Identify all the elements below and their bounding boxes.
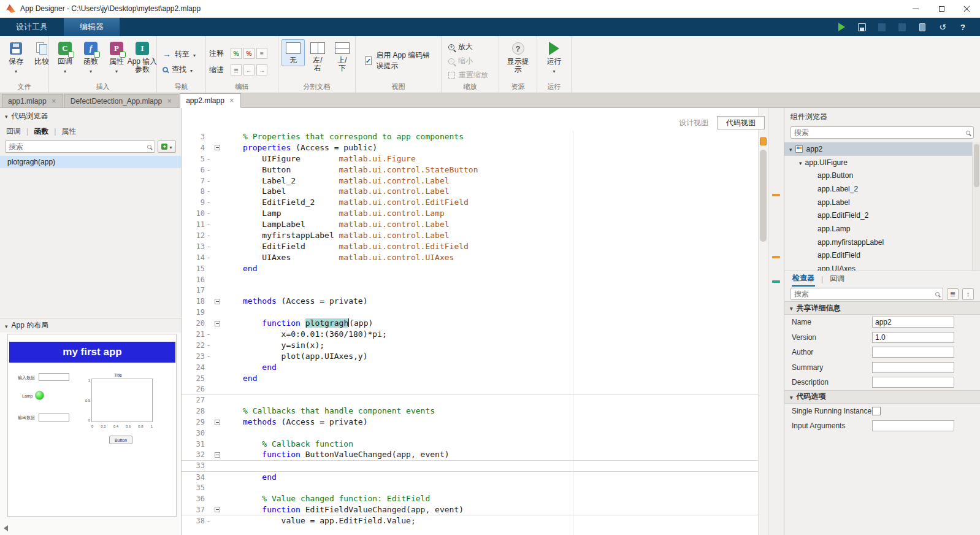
code-line[interactable]: 4properties (Access = public)	[182, 142, 758, 153]
code-line[interactable]: 7- Label_2 matlab.ui.control.Label	[182, 175, 758, 187]
code-line[interactable]: 37 function EditFieldValueChanged(app, e…	[182, 504, 758, 515]
tree-item-app-root[interactable]: app2	[784, 142, 980, 156]
line-number[interactable]: 20	[182, 319, 205, 328]
fold-marker-icon[interactable]	[215, 145, 220, 150]
line-number[interactable]: 17	[182, 286, 205, 294]
line-number[interactable]: 37	[182, 506, 205, 514]
cut-quick-button[interactable]	[875, 20, 889, 34]
tree-item-component[interactable]: app.EditField_2	[784, 209, 980, 222]
enable-coding-alerts-option[interactable]: 启用 App 编码错误提示	[365, 50, 432, 71]
indent-right-button[interactable]	[256, 64, 267, 75]
code-line[interactable]: 14- UIAxes matlab.ui.control.UIAxes	[182, 252, 758, 263]
search-box[interactable]	[791, 126, 974, 139]
inspector-tab[interactable]: 回调	[829, 272, 845, 286]
inspector-tab[interactable]: 检查器	[792, 271, 815, 287]
code-line[interactable]: 8- Label matlab.ui.control.Label	[182, 186, 758, 197]
line-number[interactable]: 21	[182, 330, 205, 339]
line-number[interactable]: 14	[182, 253, 205, 262]
collapse-arrow-icon[interactable]	[5, 112, 8, 120]
line-number[interactable]: 31	[182, 440, 205, 448]
line-number[interactable]: 38	[182, 517, 205, 525]
section-header[interactable]: 代码选项	[784, 390, 980, 404]
code-line[interactable]: 26	[182, 383, 758, 395]
line-number[interactable]: 8	[182, 187, 205, 196]
property-field-summary[interactable]	[872, 362, 954, 373]
line-number[interactable]: 6	[182, 166, 205, 174]
copy-quick-button[interactable]	[895, 20, 909, 34]
code-line[interactable]: 34 end	[182, 472, 758, 483]
tree-item-component[interactable]: app.Label	[784, 196, 980, 209]
code-line[interactable]: 29methods (Access = private)	[182, 417, 758, 428]
fold-marker-icon[interactable]	[215, 507, 220, 512]
code-line[interactable]: 30	[182, 428, 758, 439]
line-number[interactable]: 9	[182, 198, 205, 207]
app-preview-canvas[interactable]: my first app 输入数据 Lamp 输出数据 Title 10.50 …	[7, 334, 177, 517]
checkbox-checked-icon[interactable]	[365, 56, 372, 65]
code-line[interactable]: 23- plot(app.UIAxes,y)	[182, 351, 758, 362]
line-number[interactable]: 10	[182, 209, 205, 218]
code-line[interactable]: 33	[182, 461, 758, 472]
line-number[interactable]: 11	[182, 220, 205, 229]
code-lines[interactable]: 3% Properties that correspond to app com…	[182, 131, 758, 535]
code-browser-tab[interactable]: 属性	[61, 126, 76, 137]
fold-marker-icon[interactable]	[215, 321, 220, 326]
property-field-version[interactable]	[872, 332, 954, 343]
design-view-button[interactable]: 设计视图	[670, 116, 717, 129]
code-line[interactable]: 10- Lamp matlab.ui.control.Lamp	[182, 208, 758, 219]
code-line[interactable]: 9- EditField_2 matlab.ui.control.EditFie…	[182, 197, 758, 208]
collapse-arrow-icon[interactable]	[799, 158, 802, 167]
split-none-button[interactable]: 无	[281, 39, 305, 66]
fold-marker-icon[interactable]	[215, 452, 220, 458]
add-callback-button[interactable]: 回调	[52, 39, 78, 76]
line-number[interactable]: 32	[182, 450, 205, 459]
zoom-in-button[interactable]: + 放大	[445, 40, 477, 54]
tree-item-component[interactable]: app.EditField	[784, 249, 980, 263]
split-top-bottom-button[interactable]: 上/下	[331, 39, 354, 74]
tree-item-component[interactable]: app.UIAxes	[784, 262, 980, 271]
save-button[interactable]: 保存	[3, 39, 29, 76]
fold-marker-icon[interactable]	[215, 420, 220, 425]
component-search-input[interactable]	[794, 128, 963, 137]
uncomment-button[interactable]	[243, 48, 255, 59]
line-number[interactable]: 15	[182, 264, 205, 273]
editor-scrollbar[interactable]	[758, 108, 768, 535]
editor-indicator-mark[interactable]	[772, 194, 780, 196]
line-number[interactable]: 5	[182, 155, 205, 163]
close-tab-icon[interactable]	[51, 97, 57, 106]
line-number[interactable]: 33	[182, 461, 205, 470]
property-checkbox[interactable]	[872, 407, 881, 415]
property-field-author[interactable]	[872, 347, 954, 358]
code-line[interactable]: 22- y=sin(x);	[182, 340, 758, 351]
document-tab[interactable]: DefectDetection_App.mlapp	[64, 94, 178, 107]
tab-design-tools[interactable]: 设计工具	[0, 18, 64, 36]
code-line[interactable]: 31 % Callback function	[182, 439, 758, 450]
tree-item-component[interactable]: app.myfirstappLabel	[784, 236, 980, 249]
goto-button[interactable]: 转至	[160, 47, 198, 61]
code-line[interactable]: 12- myfirstappLabel matlab.ui.control.La…	[182, 230, 758, 241]
code-browser-tab[interactable]: 函数	[34, 126, 48, 137]
code-line[interactable]: 36 % Value changed function: EditField	[182, 493, 758, 504]
property-field-name[interactable]	[872, 317, 954, 328]
code-line[interactable]: 15end	[182, 263, 758, 274]
code-line[interactable]: 21- x=0:0.01:(360/180)*pi;	[182, 329, 758, 340]
search-box[interactable]	[791, 288, 943, 300]
code-view-button[interactable]: 代码视图	[717, 116, 765, 129]
inspector-search-input[interactable]	[794, 290, 933, 298]
editor-indicator-mark[interactable]	[772, 256, 780, 258]
split-left-right-button[interactable]: 左/右	[306, 39, 329, 74]
line-number[interactable]: 18	[182, 297, 205, 306]
help-quick-button[interactable]	[955, 20, 970, 34]
smart-indent-button[interactable]	[231, 64, 242, 75]
line-number[interactable]: 36	[182, 495, 205, 503]
run-quick-button[interactable]	[834, 20, 849, 34]
collapse-arrow-icon[interactable]	[789, 145, 792, 153]
line-number[interactable]: 4	[182, 144, 205, 152]
code-line[interactable]: 28% Callbacks that handle component even…	[182, 406, 758, 417]
editor-indicator-mark[interactable]	[772, 280, 780, 283]
add-function-split-button[interactable]	[158, 140, 176, 153]
code-line[interactable]: 24 end	[182, 362, 758, 373]
code-line[interactable]: 32 function ButtonValueChanged(app, even…	[182, 450, 758, 461]
line-number[interactable]: 30	[182, 429, 205, 437]
line-number[interactable]: 35	[182, 483, 205, 492]
line-number[interactable]: 13	[182, 242, 205, 251]
